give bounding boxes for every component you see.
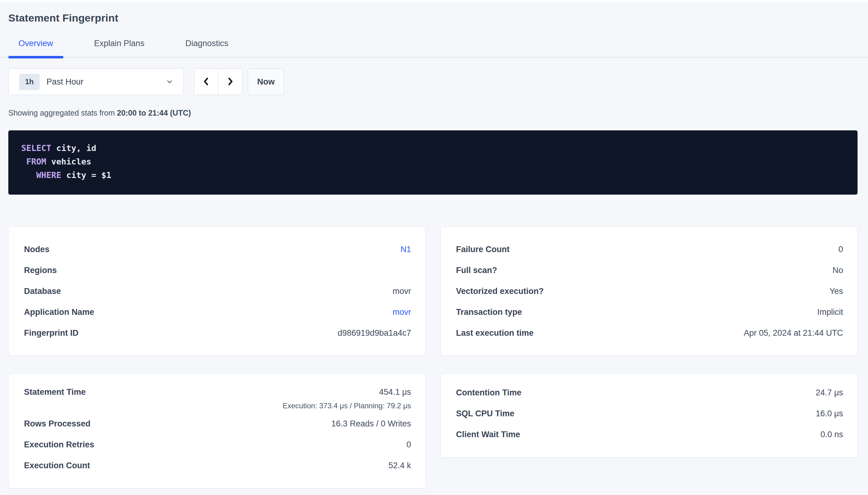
row-label: Database: [24, 287, 61, 296]
execution-attributes-card: Failure Count 0 Full scan? No Vectorized…: [440, 227, 858, 356]
attr-row-full-scan: Full scan? No: [456, 260, 844, 281]
row-value: Implicit: [817, 307, 843, 317]
aggregation-note: Showing aggregated stats from 20:00 to 2…: [8, 108, 857, 117]
row-value: 0: [838, 245, 843, 254]
aggregation-note-prefix: Showing aggregated stats from: [8, 108, 117, 117]
row-label: Client Wait Time: [456, 430, 521, 439]
detail-row-nodes: Nodes N1: [24, 239, 411, 260]
detail-row-application-name: Application Name movr: [24, 302, 411, 323]
row-label: Failure Count: [456, 245, 510, 254]
top-strip: [0, 0, 868, 2]
page-title: Statement Fingerprint: [8, 11, 857, 24]
statement-fingerprint-page: Statement Fingerprint Overview Explain P…: [8, 11, 857, 488]
stats-rows: Rows Processed 16.3 Reads / 0 Writes Exe…: [24, 413, 411, 476]
row-label: Transaction type: [456, 307, 522, 317]
row-value: movr: [393, 287, 411, 296]
timing-row-sql-cpu-time: SQL CPU Time 16.0 μs: [456, 403, 844, 424]
row-label: Execution Retries: [24, 440, 94, 449]
row-value: 24.7 μs: [816, 388, 843, 397]
now-button[interactable]: Now: [248, 69, 284, 95]
chevron-down-icon: [166, 78, 174, 86]
application-name-link[interactable]: movr: [393, 307, 411, 317]
nodes-link[interactable]: N1: [400, 245, 411, 254]
row-value: Yes: [830, 287, 843, 296]
row-label: Contention Time: [456, 388, 522, 397]
row-value: No: [832, 266, 843, 275]
tab-overview[interactable]: Overview: [8, 39, 63, 57]
stat-row-execution-retries: Execution Retries 0: [24, 434, 411, 455]
attr-row-vectorized-execution: Vectorized execution? Yes: [456, 281, 844, 302]
row-value: 454.1 μs: [379, 387, 411, 397]
row-label: Nodes: [24, 245, 50, 254]
row-label: Rows Processed: [24, 419, 91, 429]
row-label: Execution Count: [24, 461, 90, 471]
aggregation-note-range: 20:00 to 21:44 (UTC): [117, 108, 191, 117]
attr-row-transaction-type: Transaction type Implicit: [456, 302, 844, 323]
statement-statistics-card: Statement Time 454.1 μs Execution: 373.4…: [8, 374, 426, 488]
timing-card: Contention Time 24.7 μs SQL CPU Time 16.…: [440, 374, 858, 458]
details-card: Nodes N1 Regions Database movr Applicati…: [8, 227, 426, 356]
summary-cards: Nodes N1 Regions Database movr Applicati…: [8, 227, 857, 488]
time-controls: 1h Past Hour: [8, 69, 857, 95]
row-value: 0: [406, 440, 411, 449]
sql-statement-box: SELECT city, id FROM vehicles WHERE city…: [8, 130, 857, 194]
sql-line-1: SELECT city, id: [21, 141, 845, 155]
stat-row-rows-processed: Rows Processed 16.3 Reads / 0 Writes: [24, 413, 411, 434]
row-label: Last execution time: [456, 328, 534, 338]
interval-badge: 1h: [19, 74, 40, 90]
row-label: Application Name: [24, 307, 94, 317]
detail-row-regions: Regions: [24, 260, 411, 281]
row-value: Apr 05, 2024 at 21:44 UTC: [744, 328, 843, 338]
row-value: 0.0 ns: [820, 430, 843, 439]
chevron-right-icon: [225, 76, 235, 88]
row-label: Regions: [24, 266, 57, 275]
chevron-left-icon: [201, 76, 211, 88]
attr-row-failure-count: Failure Count 0: [456, 239, 844, 260]
row-value: 16.0 μs: [816, 409, 843, 419]
stat-row-execution-count: Execution Count 52.4 k: [24, 455, 411, 476]
time-step-buttons: [194, 69, 242, 95]
timing-row-client-wait-time: Client Wait Time 0.0 ns: [456, 424, 844, 445]
row-label: Vectorized execution?: [456, 287, 544, 296]
tab-explain-plans[interactable]: Explain Plans: [84, 39, 155, 57]
statement-time-breakdown: Execution: 373.4 μs / Planning: 79.2 μs: [24, 400, 411, 411]
sql-line-2: FROM vehicles: [21, 155, 845, 169]
row-label: SQL CPU Time: [456, 409, 515, 419]
sql-line-3: WHERE city = $1: [21, 169, 845, 182]
row-value: 16.3 Reads / 0 Writes: [331, 419, 411, 429]
tab-bar: Overview Explain Plans Diagnostics: [0, 39, 868, 57]
previous-interval-button[interactable]: [194, 69, 218, 95]
tab-diagnostics[interactable]: Diagnostics: [175, 39, 239, 57]
time-range-label: Past Hour: [47, 77, 83, 87]
next-interval-button[interactable]: [218, 69, 242, 95]
row-value: 52.4 k: [389, 461, 411, 471]
attr-row-last-execution-time: Last execution time Apr 05, 2024 at 21:4…: [456, 323, 844, 343]
time-range-dropdown[interactable]: 1h Past Hour: [8, 69, 184, 95]
row-label: Statement Time: [24, 387, 86, 397]
detail-row-database: Database movr: [24, 281, 411, 302]
detail-row-fingerprint-id: Fingerprint ID d986919d9ba1a4c7: [24, 323, 411, 343]
row-value: d986919d9ba1a4c7: [338, 328, 411, 338]
stat-row-statement-time: Statement Time 454.1 μs: [24, 383, 411, 400]
timing-row-contention-time: Contention Time 24.7 μs: [456, 382, 844, 403]
row-label: Full scan?: [456, 266, 497, 275]
row-label: Fingerprint ID: [24, 328, 79, 338]
